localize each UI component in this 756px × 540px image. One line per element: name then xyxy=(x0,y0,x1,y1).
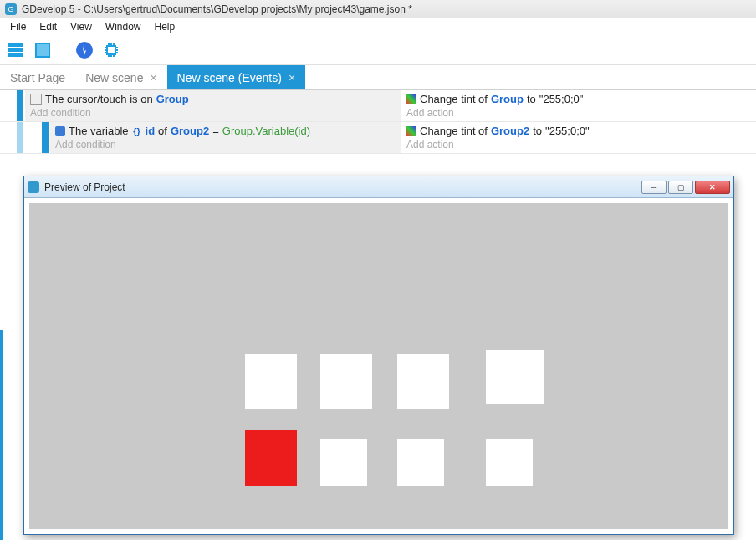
add-condition-link[interactable]: Add condition xyxy=(55,139,396,150)
svg-rect-2 xyxy=(8,53,23,57)
condition-text: The cursor/touch is on xyxy=(45,93,153,105)
window-title: GDevelop 5 - C:\Users\gertrud\Documents\… xyxy=(22,3,412,15)
conditions-pane: The cursor/touch is on Group Add conditi… xyxy=(0,90,401,121)
action-object: Group2 xyxy=(491,125,529,137)
scene-editor-button[interactable] xyxy=(32,39,54,61)
sprite[interactable] xyxy=(320,354,372,409)
cursor-icon xyxy=(30,94,42,105)
add-condition-link[interactable]: Add condition xyxy=(30,107,396,119)
action-text: Change tint of xyxy=(420,125,488,137)
condition-line[interactable]: The variable {} id of Group2 = Group.Var… xyxy=(55,125,396,137)
svg-rect-4 xyxy=(37,44,49,56)
tab-label: New scene xyxy=(85,71,143,84)
maximize-button[interactable]: ▢ xyxy=(668,181,693,194)
menubar: File Edit View Window Help xyxy=(0,18,756,35)
svg-rect-1 xyxy=(8,48,23,52)
preview-window[interactable]: Preview of Project ─ ▢ ✕ xyxy=(23,176,734,535)
tint-icon xyxy=(406,94,416,104)
minimize-button[interactable]: ─ xyxy=(641,181,667,194)
condition-body[interactable]: The variable {} id of Group2 = Group.Var… xyxy=(50,122,401,153)
condition-object: Group2 xyxy=(171,125,209,137)
event-sheet: The cursor/touch is on Group Add conditi… xyxy=(0,90,756,154)
preview-title: Preview of Project xyxy=(44,181,125,193)
maximize-icon: ▢ xyxy=(677,183,685,191)
main-titlebar: G GDevelop 5 - C:\Users\gertrud\Document… xyxy=(0,0,756,18)
action-value: "255;0;0" xyxy=(539,93,584,105)
variable-brace-icon: {} xyxy=(132,126,142,136)
actions-pane[interactable]: Change tint of Group to "255;0;0" Add ac… xyxy=(401,90,756,121)
sprite-hover[interactable] xyxy=(245,430,297,486)
menu-view[interactable]: View xyxy=(64,19,99,34)
menu-file[interactable]: File xyxy=(3,19,33,34)
svg-rect-6 xyxy=(107,46,115,54)
close-button[interactable]: ✕ xyxy=(695,181,730,194)
action-mid: to xyxy=(527,93,536,105)
tab-new-scene-events[interactable]: New scene (Events) × xyxy=(167,65,305,89)
action-line[interactable]: Change tint of Group to "255;0;0" xyxy=(406,93,751,105)
sprite[interactable] xyxy=(245,354,297,409)
minimize-icon: ─ xyxy=(651,183,656,191)
condition-eq: = xyxy=(212,125,219,137)
tab-new-scene[interactable]: New scene × xyxy=(75,65,166,89)
event-row[interactable]: The variable {} id of Group2 = Group.Var… xyxy=(0,122,756,154)
svg-point-5 xyxy=(76,42,93,59)
tab-label: Start Page xyxy=(10,71,65,84)
tab-label: New scene (Events) xyxy=(177,71,282,84)
event-gutter xyxy=(0,90,25,121)
action-object: Group xyxy=(491,93,524,105)
tab-start-page[interactable]: Start Page xyxy=(0,65,75,89)
condition-object: Group xyxy=(156,93,189,105)
preview-canvas[interactable] xyxy=(29,203,728,529)
add-action-link[interactable]: Add action xyxy=(406,139,751,150)
action-mid: to xyxy=(533,125,542,137)
debug-button[interactable] xyxy=(100,39,122,61)
action-text: Change tint of xyxy=(420,93,488,105)
add-action-link[interactable]: Add action xyxy=(406,107,751,119)
toolbar xyxy=(0,35,756,65)
menu-window[interactable]: Window xyxy=(99,19,148,34)
condition-variable: id xyxy=(146,125,156,137)
left-panel-edge xyxy=(0,330,3,540)
sprite[interactable] xyxy=(486,350,544,404)
menu-help[interactable]: Help xyxy=(148,19,182,34)
actions-pane[interactable]: Change tint of Group2 to "255;0;0" Add a… xyxy=(401,122,756,153)
condition-expression: Group.Variable(id) xyxy=(222,125,310,137)
close-icon: ✕ xyxy=(709,183,716,191)
close-icon[interactable]: × xyxy=(289,71,295,84)
preview-button[interactable] xyxy=(74,39,95,61)
action-line[interactable]: Change tint of Group2 to "255;0;0" xyxy=(406,125,751,137)
sprite[interactable] xyxy=(486,439,533,486)
event-row[interactable]: The cursor/touch is on Group Add conditi… xyxy=(0,90,756,122)
event-gutter xyxy=(0,122,50,153)
action-value: "255;0;0" xyxy=(545,125,590,137)
sprite[interactable] xyxy=(320,439,367,486)
variable-icon xyxy=(55,126,65,136)
svg-rect-0 xyxy=(8,43,23,47)
tint-icon xyxy=(406,126,416,136)
app-icon xyxy=(28,181,39,193)
preview-icon xyxy=(74,40,94,60)
sprite[interactable] xyxy=(397,354,449,409)
project-manager-icon xyxy=(7,41,25,59)
condition-body[interactable]: The cursor/touch is on Group Add conditi… xyxy=(25,90,401,121)
close-icon[interactable]: × xyxy=(150,71,156,84)
sprite[interactable] xyxy=(397,439,444,486)
preview-titlebar[interactable]: Preview of Project ─ ▢ ✕ xyxy=(24,176,733,198)
condition-text: The variable xyxy=(69,125,129,137)
app-icon: G xyxy=(5,3,17,15)
chip-icon xyxy=(102,41,120,59)
tab-row: Start Page New scene × New scene (Events… xyxy=(0,65,756,90)
open-project-manager-button[interactable] xyxy=(5,39,27,61)
scene-icon xyxy=(33,41,52,59)
condition-mid: of xyxy=(158,125,167,137)
menu-edit[interactable]: Edit xyxy=(33,19,64,34)
condition-line[interactable]: The cursor/touch is on Group xyxy=(30,93,396,105)
conditions-pane: The variable {} id of Group2 = Group.Var… xyxy=(0,122,401,153)
